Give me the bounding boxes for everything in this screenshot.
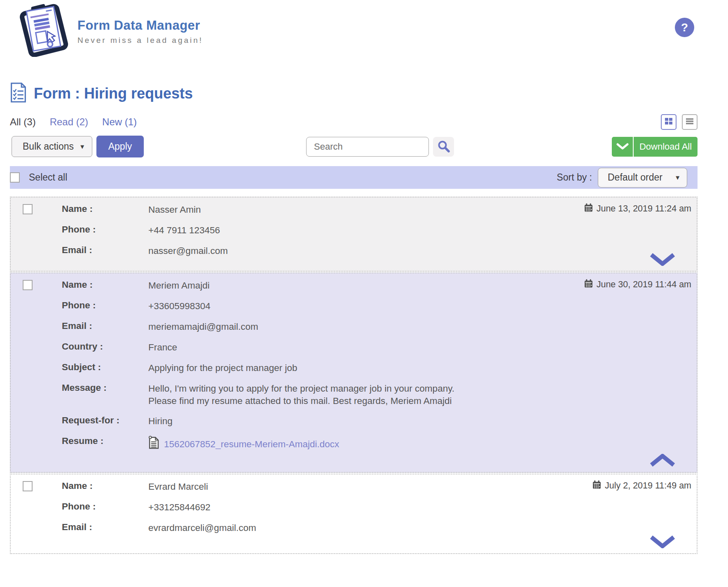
download-all-button[interactable]: Download All (634, 137, 698, 157)
app-title: Form Data Manager (77, 18, 203, 33)
field-value: Hello, I'm writing you to apply for the … (148, 383, 466, 407)
field-value: +33125844692 (148, 501, 211, 514)
field-row: Email : nasser@gmail.com (62, 245, 697, 257)
chevron-down-icon (616, 143, 629, 151)
entry-date: June 30, 2019 11:44 am (584, 279, 691, 290)
field-row: Message : Hello, I'm writing you to appl… (62, 383, 697, 407)
calendar-icon (584, 203, 593, 214)
resume-link[interactable]: 1562067852_resume-Meriem-Amajdi.docx (148, 436, 339, 453)
entry-date: July 2, 2019 11:49 am (592, 480, 691, 491)
app-header: Form Data Manager Never miss a lead agai… (10, 0, 698, 58)
entry-date-text: July 2, 2019 11:49 am (605, 481, 691, 491)
field-label: Phone : (62, 224, 148, 237)
search-button[interactable] (433, 137, 454, 157)
page: Form Data Manager Never miss a lead agai… (10, 0, 698, 554)
field-value: Nasser Amin (148, 204, 201, 216)
field-label: Request-for : (62, 415, 148, 427)
field-label: Email : (62, 321, 148, 333)
field-value: +44 7911 123456 (148, 224, 220, 237)
chevron-down-icon: ▼ (674, 174, 681, 181)
tab-new[interactable]: New (1) (102, 116, 137, 128)
sort-order-select[interactable]: Default order ▼ (598, 168, 687, 188)
field-label: Name : (62, 279, 148, 292)
entry-fields: Name : Meriem Amajdi Phone : +3360599830… (62, 279, 697, 453)
page-title-row: Form : Hiring requests (10, 82, 698, 104)
field-value: Evrard Marceli (148, 481, 208, 493)
field-label: Name : (62, 481, 148, 493)
calendar-icon (584, 279, 593, 290)
entry-card: Name : Evrard Marceli Phone : +331258446… (10, 474, 698, 554)
field-label: Subject : (62, 362, 148, 374)
app-logo-icon (10, 3, 72, 57)
field-row: Phone : +44 7911 123456 (62, 224, 697, 237)
view-toggles (661, 114, 698, 130)
download-group: Download All (612, 137, 698, 157)
field-label: Resume : (62, 436, 148, 453)
field-label: Phone : (62, 501, 148, 514)
entry-checkbox[interactable] (23, 280, 33, 290)
bulk-actions-label: Bulk actions (23, 141, 74, 152)
select-all-label: Select all (29, 172, 67, 183)
apply-button[interactable]: Apply (96, 136, 144, 157)
expand-chevron-icon[interactable] (650, 535, 675, 548)
magnifier-icon (437, 140, 450, 154)
field-label: Email : (62, 522, 148, 534)
field-row: Subject : Applying for the project manag… (62, 362, 697, 374)
resume-file-name: 1562067852_resume-Meriem-Amajdi.docx (164, 438, 339, 451)
field-row: Request-for : Hiring (62, 415, 697, 427)
entry-checkbox[interactable] (23, 204, 33, 214)
field-row: Resume : (62, 436, 697, 453)
page-title: Form : Hiring requests (34, 85, 193, 102)
field-row: Email : evrardmarceli@gmail.com (62, 522, 697, 534)
field-value: Applying for the project manager job (148, 362, 297, 374)
field-row: Phone : +33605998304 (62, 300, 697, 312)
toolbar: Bulk actions ▼ Apply Download All (10, 136, 698, 157)
app-tagline: Never miss a lead again! (77, 36, 203, 45)
question-mark-icon: ? (681, 21, 688, 34)
entry-card: Name : Nasser Amin Phone : +44 7911 1234… (10, 197, 698, 272)
entry-date-text: June 13, 2019 11:24 am (597, 204, 691, 214)
field-label: Phone : (62, 300, 148, 312)
list-view-icon (685, 117, 694, 127)
field-label: Message : (62, 383, 148, 407)
sort-order-value: Default order (608, 172, 662, 183)
grid-view-icon (664, 117, 673, 127)
select-all-checkbox[interactable] (10, 172, 20, 183)
field-label: Email : (62, 245, 148, 257)
search-input[interactable] (306, 137, 429, 157)
field-value: meriemamajdi@gmail.com (148, 321, 258, 333)
form-checklist-icon (10, 82, 27, 104)
chevron-down-icon: ▼ (79, 143, 85, 150)
entries-list: Name : Nasser Amin Phone : +44 7911 1234… (10, 197, 698, 554)
help-button[interactable]: ? (675, 18, 694, 37)
entry-date: June 13, 2019 11:24 am (584, 203, 691, 214)
brand-block: Form Data Manager Never miss a lead agai… (77, 3, 203, 58)
expand-chevron-icon[interactable] (650, 253, 675, 266)
document-attachment-icon (148, 436, 159, 453)
field-value: France (148, 341, 177, 354)
field-label: Country : (62, 341, 148, 354)
field-value: Meriem Amajdi (148, 279, 210, 292)
bulk-actions-select[interactable]: Bulk actions ▼ (12, 136, 92, 157)
grid-view-button[interactable] (661, 114, 677, 130)
field-row: Email : meriemamajdi@gmail.com (62, 321, 697, 333)
list-header-bar: Select all Sort by : Default order ▼ (10, 166, 698, 189)
collapse-chevron-icon[interactable] (650, 454, 675, 467)
entry-checkbox[interactable] (23, 481, 33, 491)
field-value: Hiring (148, 415, 173, 427)
field-value: nasser@gmail.com (148, 245, 228, 257)
download-options-button[interactable] (612, 137, 633, 157)
field-value: evrardmarceli@gmail.com (148, 522, 256, 534)
entry-date-text: June 30, 2019 11:44 am (597, 279, 691, 290)
calendar-icon (592, 480, 601, 491)
field-row: Country : France (62, 341, 697, 354)
tab-all[interactable]: All (3) (10, 116, 36, 128)
tabs-row: All (3) Read (2) New (1) (10, 114, 698, 130)
list-view-button[interactable] (682, 114, 698, 130)
tab-read[interactable]: Read (2) (50, 116, 88, 128)
entry-card: Name : Meriem Amajdi Phone : +3360599830… (10, 272, 698, 473)
field-row: Phone : +33125844692 (62, 501, 697, 514)
field-label: Name : (62, 204, 148, 216)
sort-wrap: Sort by : Default order ▼ (557, 168, 687, 188)
field-value: +33605998304 (148, 300, 211, 312)
